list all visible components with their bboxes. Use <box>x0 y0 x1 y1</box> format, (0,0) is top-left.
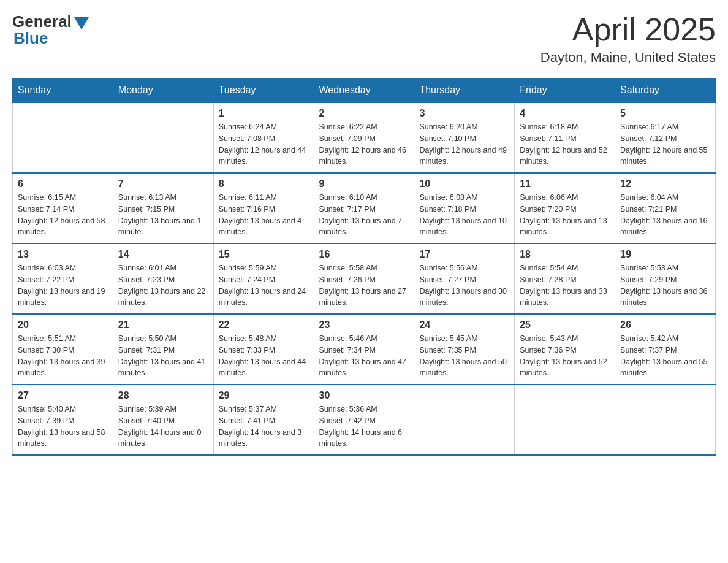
calendar-cell: 18Sunrise: 5:54 AMSunset: 7:28 PMDayligh… <box>515 243 615 314</box>
calendar-week-row: 27Sunrise: 5:40 AMSunset: 7:39 PMDayligh… <box>13 385 716 455</box>
calendar-cell: 30Sunrise: 5:36 AMSunset: 7:42 PMDayligh… <box>314 385 414 455</box>
day-number: 10 <box>419 178 509 190</box>
calendar-cell: 11Sunrise: 6:06 AMSunset: 7:20 PMDayligh… <box>515 173 615 243</box>
day-number: 13 <box>18 249 108 260</box>
day-number: 25 <box>520 320 610 331</box>
day-info: Sunrise: 6:03 AMSunset: 7:22 PMDaylight:… <box>18 262 108 308</box>
calendar-cell <box>615 385 716 455</box>
day-number: 15 <box>219 249 309 260</box>
calendar-header-row: SundayMondayTuesdayWednesdayThursdayFrid… <box>13 79 716 103</box>
day-info: Sunrise: 5:39 AMSunset: 7:40 PMDaylight:… <box>118 404 208 450</box>
calendar-cell: 1Sunrise: 6:24 AMSunset: 7:08 PMDaylight… <box>213 102 314 173</box>
calendar-cell: 15Sunrise: 5:59 AMSunset: 7:24 PMDayligh… <box>213 243 314 314</box>
day-number: 23 <box>319 320 409 331</box>
day-number: 27 <box>18 390 108 401</box>
calendar-cell: 12Sunrise: 6:04 AMSunset: 7:21 PMDayligh… <box>615 173 716 243</box>
day-info: Sunrise: 6:08 AMSunset: 7:18 PMDaylight:… <box>419 192 509 238</box>
calendar-cell <box>13 102 113 173</box>
day-info: Sunrise: 5:36 AMSunset: 7:42 PMDaylight:… <box>319 404 409 450</box>
calendar-cell: 26Sunrise: 5:42 AMSunset: 7:37 PMDayligh… <box>615 314 716 385</box>
calendar-cell: 21Sunrise: 5:50 AMSunset: 7:31 PMDayligh… <box>113 314 213 385</box>
logo-blue-text: Blue <box>12 29 48 48</box>
calendar-cell: 22Sunrise: 5:48 AMSunset: 7:33 PMDayligh… <box>213 314 314 385</box>
day-number: 19 <box>620 249 710 260</box>
calendar-cell: 3Sunrise: 6:20 AMSunset: 7:10 PMDaylight… <box>414 102 515 173</box>
calendar-cell: 10Sunrise: 6:08 AMSunset: 7:18 PMDayligh… <box>414 173 515 243</box>
day-info: Sunrise: 5:58 AMSunset: 7:26 PMDaylight:… <box>319 262 409 308</box>
calendar-cell: 8Sunrise: 6:11 AMSunset: 7:16 PMDaylight… <box>213 173 314 243</box>
calendar-cell: 27Sunrise: 5:40 AMSunset: 7:39 PMDayligh… <box>13 385 113 455</box>
day-info: Sunrise: 5:50 AMSunset: 7:31 PMDaylight:… <box>118 333 208 379</box>
day-info: Sunrise: 6:22 AMSunset: 7:09 PMDaylight:… <box>319 121 409 167</box>
calendar-header-sunday: Sunday <box>13 79 113 103</box>
calendar-cell: 20Sunrise: 5:51 AMSunset: 7:30 PMDayligh… <box>13 314 113 385</box>
day-info: Sunrise: 6:06 AMSunset: 7:20 PMDaylight:… <box>520 192 610 238</box>
day-info: Sunrise: 5:46 AMSunset: 7:34 PMDaylight:… <box>319 333 409 379</box>
day-number: 9 <box>319 178 409 190</box>
calendar-cell: 13Sunrise: 6:03 AMSunset: 7:22 PMDayligh… <box>13 243 113 314</box>
day-info: Sunrise: 6:18 AMSunset: 7:11 PMDaylight:… <box>520 121 610 167</box>
day-number: 21 <box>118 320 208 331</box>
calendar-cell: 29Sunrise: 5:37 AMSunset: 7:41 PMDayligh… <box>213 385 314 455</box>
day-number: 20 <box>18 320 108 331</box>
calendar-cell: 23Sunrise: 5:46 AMSunset: 7:34 PMDayligh… <box>314 314 414 385</box>
day-info: Sunrise: 5:54 AMSunset: 7:28 PMDaylight:… <box>520 262 610 308</box>
day-number: 30 <box>319 390 409 401</box>
calendar-cell: 17Sunrise: 5:56 AMSunset: 7:27 PMDayligh… <box>414 243 515 314</box>
calendar-cell: 28Sunrise: 5:39 AMSunset: 7:40 PMDayligh… <box>113 385 213 455</box>
calendar-week-row: 1Sunrise: 6:24 AMSunset: 7:08 PMDaylight… <box>13 102 716 173</box>
page-header: General Blue April 2025 Dayton, Maine, U… <box>12 12 716 66</box>
calendar-cell: 24Sunrise: 5:45 AMSunset: 7:35 PMDayligh… <box>414 314 515 385</box>
calendar-header-friday: Friday <box>515 79 615 103</box>
calendar-week-row: 6Sunrise: 6:15 AMSunset: 7:14 PMDaylight… <box>13 173 716 243</box>
calendar-header-wednesday: Wednesday <box>314 79 414 103</box>
day-info: Sunrise: 6:20 AMSunset: 7:10 PMDaylight:… <box>419 121 509 167</box>
day-info: Sunrise: 6:11 AMSunset: 7:16 PMDaylight:… <box>219 192 309 238</box>
calendar-cell: 2Sunrise: 6:22 AMSunset: 7:09 PMDaylight… <box>314 102 414 173</box>
location-title: Dayton, Maine, United States <box>540 50 716 66</box>
day-info: Sunrise: 6:10 AMSunset: 7:17 PMDaylight:… <box>319 192 409 238</box>
day-number: 24 <box>419 320 509 331</box>
calendar-cell: 19Sunrise: 5:53 AMSunset: 7:29 PMDayligh… <box>615 243 716 314</box>
calendar-week-row: 13Sunrise: 6:03 AMSunset: 7:22 PMDayligh… <box>13 243 716 314</box>
day-number: 3 <box>419 108 509 119</box>
calendar-header-thursday: Thursday <box>414 79 515 103</box>
calendar-header-tuesday: Tuesday <box>213 79 314 103</box>
day-number: 28 <box>118 390 208 401</box>
day-info: Sunrise: 6:15 AMSunset: 7:14 PMDaylight:… <box>18 192 108 238</box>
day-info: Sunrise: 5:37 AMSunset: 7:41 PMDaylight:… <box>219 404 309 450</box>
day-number: 1 <box>219 108 309 119</box>
day-number: 11 <box>520 178 610 190</box>
month-title: April 2025 <box>540 12 716 47</box>
day-info: Sunrise: 5:45 AMSunset: 7:35 PMDaylight:… <box>419 333 509 379</box>
calendar-week-row: 20Sunrise: 5:51 AMSunset: 7:30 PMDayligh… <box>13 314 716 385</box>
day-number: 7 <box>118 178 208 190</box>
day-number: 2 <box>319 108 409 119</box>
calendar-cell <box>113 102 213 173</box>
calendar-cell: 5Sunrise: 6:17 AMSunset: 7:12 PMDaylight… <box>615 102 716 173</box>
day-number: 4 <box>520 108 610 119</box>
calendar-header-monday: Monday <box>113 79 213 103</box>
calendar-cell: 25Sunrise: 5:43 AMSunset: 7:36 PMDayligh… <box>515 314 615 385</box>
day-number: 12 <box>620 178 710 190</box>
day-info: Sunrise: 5:59 AMSunset: 7:24 PMDaylight:… <box>219 262 309 308</box>
day-number: 14 <box>118 249 208 260</box>
calendar-cell: 6Sunrise: 6:15 AMSunset: 7:14 PMDaylight… <box>13 173 113 243</box>
day-info: Sunrise: 5:48 AMSunset: 7:33 PMDaylight:… <box>219 333 309 379</box>
day-number: 8 <box>219 178 309 190</box>
calendar-cell <box>515 385 615 455</box>
day-info: Sunrise: 5:40 AMSunset: 7:39 PMDaylight:… <box>18 404 108 450</box>
calendar-table: SundayMondayTuesdayWednesdayThursdayFrid… <box>12 78 716 456</box>
day-info: Sunrise: 6:01 AMSunset: 7:23 PMDaylight:… <box>118 262 208 308</box>
day-info: Sunrise: 6:04 AMSunset: 7:21 PMDaylight:… <box>620 192 710 238</box>
calendar-cell: 9Sunrise: 6:10 AMSunset: 7:17 PMDaylight… <box>314 173 414 243</box>
day-info: Sunrise: 5:56 AMSunset: 7:27 PMDaylight:… <box>419 262 509 308</box>
calendar-cell: 16Sunrise: 5:58 AMSunset: 7:26 PMDayligh… <box>314 243 414 314</box>
calendar-cell: 14Sunrise: 6:01 AMSunset: 7:23 PMDayligh… <box>113 243 213 314</box>
day-number: 29 <box>219 390 309 401</box>
day-number: 18 <box>520 249 610 260</box>
calendar-cell: 7Sunrise: 6:13 AMSunset: 7:15 PMDaylight… <box>113 173 213 243</box>
title-section: April 2025 Dayton, Maine, United States <box>540 12 716 66</box>
day-number: 5 <box>620 108 710 119</box>
day-number: 6 <box>18 178 108 190</box>
